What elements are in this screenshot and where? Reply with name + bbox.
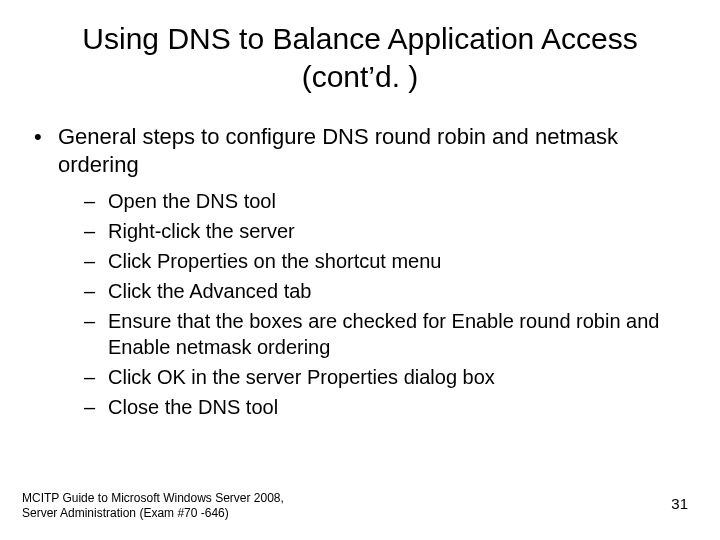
list-item: General steps to configure DNS round rob…: [28, 123, 692, 420]
footer-citation: MCITP Guide to Microsoft Windows Server …: [22, 491, 284, 522]
list-item: Close the DNS tool: [84, 394, 692, 420]
list-item: Open the DNS tool: [84, 188, 692, 214]
bullet-text: Open the DNS tool: [108, 190, 276, 212]
list-item: Click the Advanced tab: [84, 278, 692, 304]
bullet-list-level1: General steps to configure DNS round rob…: [28, 123, 692, 420]
list-item: Ensure that the boxes are checked for En…: [84, 308, 692, 360]
page-number: 31: [671, 495, 688, 512]
bullet-text: General steps to configure DNS round rob…: [58, 124, 618, 177]
list-item: Click Properties on the shortcut menu: [84, 248, 692, 274]
footer-line: MCITP Guide to Microsoft Windows Server …: [22, 491, 284, 507]
bullet-text: Ensure that the boxes are checked for En…: [108, 310, 659, 358]
list-item: Click OK in the server Properties dialog…: [84, 364, 692, 390]
bullet-list-level2: Open the DNS tool Right-click the server…: [58, 188, 692, 420]
slide: Using DNS to Balance Application Access …: [0, 0, 720, 540]
bullet-text: Right-click the server: [108, 220, 295, 242]
bullet-text: Close the DNS tool: [108, 396, 278, 418]
bullet-text: Click the Advanced tab: [108, 280, 311, 302]
slide-body: General steps to configure DNS round rob…: [0, 105, 720, 420]
bullet-text: Click Properties on the shortcut menu: [108, 250, 442, 272]
bullet-text: Click OK in the server Properties dialog…: [108, 366, 495, 388]
list-item: Right-click the server: [84, 218, 692, 244]
footer-line: Server Administration (Exam #70 -646): [22, 506, 284, 522]
slide-title: Using DNS to Balance Application Access …: [0, 0, 720, 105]
